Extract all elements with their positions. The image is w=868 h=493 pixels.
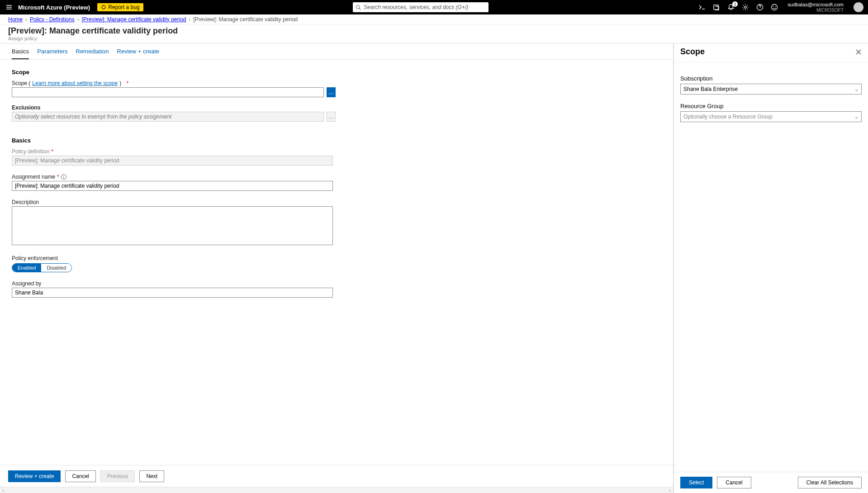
blade-footer: Select Cancel Clear All Selections (674, 472, 868, 493)
breadcrumb-definitions[interactable]: Policy - Definitions (30, 16, 75, 23)
policy-definition-field (12, 156, 333, 166)
page-subtitle: Assign policy (8, 36, 860, 41)
svg-point-1 (356, 5, 360, 9)
directories-icon[interactable] (712, 3, 721, 11)
scope-input[interactable] (12, 87, 324, 97)
breadcrumb-current: [Preview]: Manage certificate validity p… (194, 16, 298, 23)
report-bug-button[interactable]: Report a bug (97, 3, 143, 11)
chevron-right-icon: › (25, 16, 27, 23)
form-area: Scope Scope (Learn more about setting th… (0, 60, 673, 465)
search-container: Search resources, services, and docs (G+… (143, 2, 698, 12)
tab-remediation[interactable]: Remediation (76, 48, 109, 59)
scope-learn-more-link[interactable]: Learn more about setting the scope (32, 80, 118, 86)
settings-icon[interactable] (741, 3, 749, 11)
subscription-label: Subscription (680, 75, 862, 82)
scope-picker-button[interactable]: … (327, 87, 336, 97)
svg-point-6 (773, 6, 774, 7)
tab-basics[interactable]: Basics (12, 48, 29, 59)
required-indicator: * (57, 174, 59, 180)
svg-point-0 (102, 5, 105, 9)
footer-actions: Review + create Cancel Previous Next (0, 465, 673, 487)
exclusions-input (12, 112, 324, 122)
topbar-right-icons: 1 sudbalas@microsoft.com MICROSOFT (698, 2, 868, 12)
scope-section-title: Scope (12, 69, 661, 76)
search-placeholder: Search resources, services, and docs (G+… (364, 4, 468, 10)
svg-rect-2 (714, 5, 718, 9)
required-indicator: * (51, 148, 53, 155)
main-content: Basics Parameters Remediation Review + c… (0, 43, 868, 493)
search-icon (356, 5, 361, 10)
topbar: Microsoft Azure (Preview) Report a bug S… (0, 0, 868, 14)
notifications-icon[interactable]: 1 (727, 3, 735, 11)
global-search-input[interactable]: Search resources, services, and docs (G+… (353, 2, 489, 12)
scroll-left-icon[interactable]: ‹ (0, 487, 6, 493)
subscription-value: Shane Bala Enterprise (683, 86, 738, 92)
tab-review-create[interactable]: Review + create (117, 48, 160, 59)
tab-parameters[interactable]: Parameters (37, 48, 67, 59)
next-button[interactable]: Next (139, 470, 164, 482)
blade-clear-button[interactable]: Clear All Selections (798, 477, 862, 488)
svg-point-7 (775, 6, 776, 7)
description-label: Description (12, 199, 661, 205)
chevron-right-icon: › (77, 16, 79, 23)
notification-badge: 1 (732, 1, 738, 7)
subscription-select[interactable]: Shane Bala Enterprise ⌄ (680, 84, 862, 95)
cloud-shell-icon[interactable] (698, 3, 706, 11)
scroll-right-icon[interactable]: › (667, 487, 673, 493)
scope-blade: Scope Subscription Shane Bala Enterprise… (674, 43, 868, 493)
review-create-button[interactable]: Review + create (8, 470, 61, 482)
chevron-down-icon: ⌄ (854, 114, 859, 120)
assigned-by-input[interactable] (12, 288, 333, 298)
resource-group-select[interactable]: Optionally choose a Resource Group ⌄ (680, 111, 862, 122)
hamburger-menu[interactable] (0, 4, 18, 11)
chevron-right-icon: › (189, 16, 191, 23)
basics-section-title: Basics (12, 137, 661, 144)
enforcement-enabled-option[interactable]: Enabled (12, 264, 41, 272)
brand-label: Microsoft Azure (Preview) (18, 4, 97, 11)
blade-select-button[interactable]: Select (680, 477, 712, 488)
page-title: [Preview]: Manage certificate validity p… (8, 26, 860, 36)
blade-cancel-button[interactable]: Cancel (717, 477, 751, 488)
breadcrumb-preview[interactable]: [Preview]: Manage certificate validity p… (82, 16, 186, 23)
policy-enforcement-label: Policy enforcement (12, 255, 661, 261)
exclusions-title: Exclusions (12, 104, 661, 111)
required-indicator: * (127, 80, 129, 86)
close-blade-button[interactable] (855, 49, 862, 55)
breadcrumb: Home › Policy - Definitions › [Preview]:… (0, 14, 868, 24)
assignment-name-label: Assignment name * i (12, 174, 661, 180)
horizontal-scrollbar[interactable]: ‹ › (0, 487, 673, 493)
description-textarea[interactable] (12, 206, 333, 245)
report-bug-label: Report a bug (108, 4, 139, 10)
breadcrumb-home[interactable]: Home (8, 16, 23, 23)
exclusions-picker-button[interactable]: … (327, 112, 336, 122)
account-info[interactable]: sudbalas@microsoft.com MICROSOFT (787, 2, 844, 12)
feedback-icon[interactable] (770, 3, 778, 11)
help-icon[interactable] (756, 3, 764, 11)
resource-group-label: Resource Group (680, 103, 862, 109)
scope-field-label: Scope (Learn more about setting the scop… (12, 80, 661, 86)
chevron-down-icon: ⌄ (854, 86, 859, 92)
policy-enforcement-toggle[interactable]: Enabled Disabled (12, 263, 72, 272)
account-org: MICROSOFT (816, 8, 844, 13)
account-email: sudbalas@microsoft.com (787, 2, 844, 7)
info-icon[interactable]: i (61, 174, 66, 180)
bug-icon (101, 5, 106, 10)
page-header: [Preview]: Manage certificate validity p… (0, 24, 868, 43)
svg-point-5 (772, 5, 778, 10)
blade-header: Scope (674, 43, 868, 62)
tabs: Basics Parameters Remediation Review + c… (0, 43, 673, 60)
left-pane: Basics Parameters Remediation Review + c… (0, 43, 674, 493)
svg-point-3 (745, 6, 746, 8)
assignment-name-input[interactable] (12, 181, 333, 191)
avatar[interactable] (854, 2, 863, 12)
resource-group-placeholder: Optionally choose a Resource Group (683, 114, 773, 120)
cancel-button[interactable]: Cancel (65, 470, 95, 482)
blade-body: Subscription Shane Bala Enterprise ⌄ Res… (674, 62, 868, 472)
previous-button: Previous (100, 470, 135, 482)
policy-definition-label: Policy definition * (12, 148, 661, 155)
assigned-by-label: Assigned by (12, 280, 661, 287)
enforcement-disabled-option[interactable]: Disabled (41, 264, 71, 272)
blade-title: Scope (680, 47, 855, 57)
